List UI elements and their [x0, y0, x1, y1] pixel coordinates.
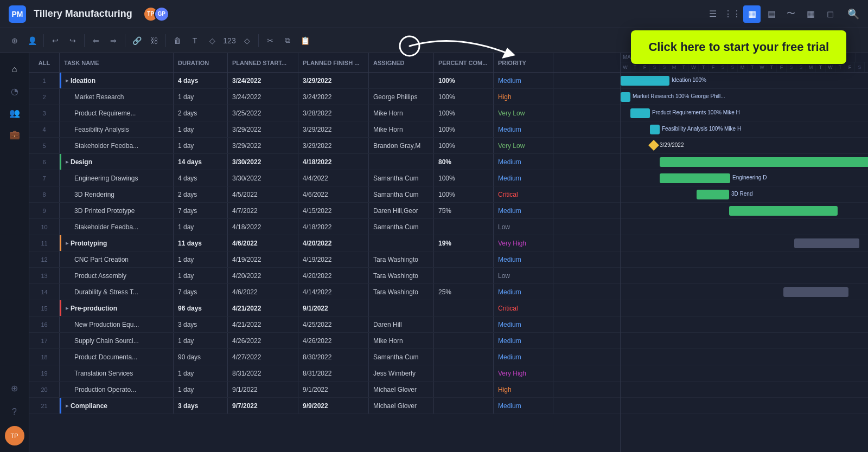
row-finish: 4/19/2022 — [298, 251, 369, 267]
col-assigned-header: ASSIGNED — [369, 53, 434, 72]
table-row[interactable]: 21 ▸ Compliance 3 days 9/7/2022 9/9/2022… — [29, 398, 620, 414]
row-finish: 8/30/2022 — [298, 349, 369, 365]
cta-box[interactable]: Click here to start your free trial — [631, 30, 846, 64]
table-body[interactable]: 1 ▸ Ideation 4 days 3/24/2022 3/29/2022 … — [29, 73, 620, 452]
gantt-bar[interactable] — [621, 76, 669, 86]
add-task-button[interactable]: ⊕ — [7, 33, 23, 49]
row-assigned: Samantha Cum — [369, 219, 434, 235]
row-number: 7 — [29, 170, 60, 186]
copy-button[interactable]: ⧉ — [279, 33, 296, 49]
sidebar-add-icon[interactable]: ⊕ — [5, 378, 24, 398]
sidebar-briefcase-icon[interactable]: 💼 — [5, 125, 24, 144]
board-view-icon[interactable]: ▦ — [743, 5, 761, 23]
row-priority: Medium — [494, 73, 553, 88]
table-view-icon[interactable]: ▤ — [763, 5, 780, 23]
gantt-bar[interactable] — [621, 92, 630, 102]
row-number: 15 — [29, 300, 60, 316]
calendar-view-icon[interactable]: ▦ — [802, 5, 819, 23]
outdent-button[interactable]: ⇐ — [88, 33, 104, 49]
table-row[interactable]: 20 Production Operato... 1 day 9/1/2022 … — [29, 382, 620, 398]
sidebar-help-icon[interactable]: ? — [5, 402, 24, 422]
table-row[interactable]: 6 ▸ Design 14 days 3/30/2022 4/18/2022 8… — [29, 154, 620, 170]
gantt-bar[interactable] — [660, 157, 868, 167]
table-row[interactable]: 13 Product Assembly 1 day 4/20/2022 4/20… — [29, 268, 620, 284]
table-row[interactable]: 10 Stakeholder Feedba... 1 day 4/18/2022… — [29, 219, 620, 235]
row-percent — [434, 398, 494, 414]
row-priority: High — [494, 89, 553, 105]
list-view-icon[interactable]: ☰ — [704, 5, 722, 23]
table-row[interactable]: 8 3D Rendering 2 days 4/5/2022 4/6/2022 … — [29, 186, 620, 203]
table-row[interactable]: 5 Stakeholder Feedba... 1 day 3/29/2022 … — [29, 138, 620, 154]
table-row[interactable]: 17 Supply Chain Sourci... 1 day 4/26/202… — [29, 333, 620, 349]
expand-arrow[interactable]: ▸ — [66, 403, 68, 409]
table-row[interactable]: 15 ▸ Pre-production 96 days 4/21/2022 9/… — [29, 300, 620, 317]
row-number: 2 — [29, 89, 60, 105]
delete-button[interactable]: 🗑 — [169, 33, 186, 49]
table-row[interactable]: 9 3D Printed Prototype 7 days 4/7/2022 4… — [29, 203, 620, 219]
search-icon[interactable]: 🔍 — [847, 8, 859, 20]
add-user-button[interactable]: 👤 — [24, 33, 40, 49]
main-layout: ⌂ ◔ 👥 💼 ⊕ ? TP ALL TASK NAME DURATION PL… — [0, 53, 868, 452]
table-row[interactable]: 11 ▸ Prototyping 11 days 4/6/2022 4/20/2… — [29, 235, 620, 251]
row-percent: 25% — [434, 284, 494, 300]
file-view-icon[interactable]: ◻ — [821, 5, 839, 23]
diamond-button[interactable]: ◇ — [239, 33, 255, 49]
table-row[interactable]: 3 Product Requireme... 2 days 3/25/2022 … — [29, 105, 620, 121]
row-finish: 4/20/2022 — [298, 235, 369, 251]
sidebar-people-icon[interactable]: 👥 — [5, 103, 24, 122]
table-row[interactable]: 19 Translation Services 1 day 8/31/2022 … — [29, 365, 620, 382]
table-row[interactable]: 7 Engineering Drawings 4 days 3/30/2022 … — [29, 170, 620, 186]
sidebar-home-icon[interactable]: ⌂ — [5, 60, 24, 79]
expand-arrow[interactable]: ▸ — [66, 305, 68, 311]
number-button[interactable]: 123 — [221, 33, 238, 49]
row-priority: Low — [494, 268, 553, 283]
sidebar-clock-icon[interactable]: ◔ — [5, 81, 24, 101]
indent-button[interactable]: ⇒ — [105, 33, 122, 49]
gantt-bar[interactable] — [630, 108, 650, 118]
row-number: 6 — [29, 154, 60, 170]
row-start: 3/25/2022 — [228, 105, 298, 121]
gantt-bar[interactable] — [794, 238, 859, 248]
gantt-bar[interactable] — [660, 173, 730, 183]
row-finish: 9/1/2022 — [298, 382, 369, 397]
unlink-button[interactable]: ⛓ — [146, 33, 162, 49]
gantt-bar[interactable] — [783, 287, 848, 297]
expand-arrow[interactable]: ▸ — [66, 240, 68, 246]
shape-button[interactable]: ◇ — [204, 33, 220, 49]
text-button[interactable]: T — [187, 33, 203, 49]
row-number: 16 — [29, 317, 60, 332]
row-duration: 1 day — [174, 121, 228, 137]
row-finish: 4/20/2022 — [298, 268, 369, 283]
scissors-button[interactable]: ✂ — [262, 33, 278, 49]
gantt-bar[interactable] — [697, 190, 729, 199]
paste-button[interactable]: 📋 — [297, 33, 313, 49]
gantt-bar[interactable] — [650, 125, 660, 134]
expand-arrow[interactable]: ▸ — [66, 78, 68, 83]
cta-overlay[interactable]: Click here to start your free trial — [631, 30, 846, 64]
expand-arrow[interactable]: ▸ — [66, 159, 68, 165]
chart-view-icon[interactable]: 〜 — [782, 5, 800, 23]
table-row[interactable]: 16 New Production Equ... 3 days 4/21/202… — [29, 317, 620, 333]
link-button[interactable]: 🔗 — [129, 33, 145, 49]
table-row[interactable]: 14 Durability & Stress T... 7 days 4/6/2… — [29, 284, 620, 300]
gantt-bar-label: Engineering D — [732, 175, 767, 180]
gantt-bar[interactable] — [729, 206, 838, 216]
row-task-name: 3D Rendering — [60, 186, 174, 202]
row-start: 9/1/2022 — [228, 382, 298, 397]
table-row[interactable]: 4 Feasibility Analysis 1 day 3/29/2022 3… — [29, 121, 620, 138]
col-finish-header: PLANNED FINISH ... — [298, 53, 369, 72]
pm-logo[interactable]: PM — [9, 5, 26, 23]
table-row[interactable]: 1 ▸ Ideation 4 days 3/24/2022 3/29/2022 … — [29, 73, 620, 89]
table-row[interactable]: 18 Product Documenta... 90 days 4/27/202… — [29, 349, 620, 365]
row-task-name: Product Assembly — [60, 268, 174, 283]
gantt-view-icon[interactable]: ⋮⋮ — [724, 5, 741, 23]
gantt-day: F — [845, 62, 855, 72]
sidebar-user-avatar-icon[interactable]: TP — [5, 426, 24, 445]
row-assigned: Daren Hill,Geor — [369, 203, 434, 218]
table-row[interactable]: 12 CNC Part Creation 1 day 4/19/2022 4/1… — [29, 251, 620, 268]
table-row[interactable]: 2 Market Research 1 day 3/24/2022 3/24/2… — [29, 89, 620, 105]
undo-button[interactable]: ↩ — [47, 33, 63, 49]
row-number: 12 — [29, 251, 60, 267]
redo-button[interactable]: ↪ — [65, 33, 81, 49]
milestone-diamond — [648, 140, 659, 151]
